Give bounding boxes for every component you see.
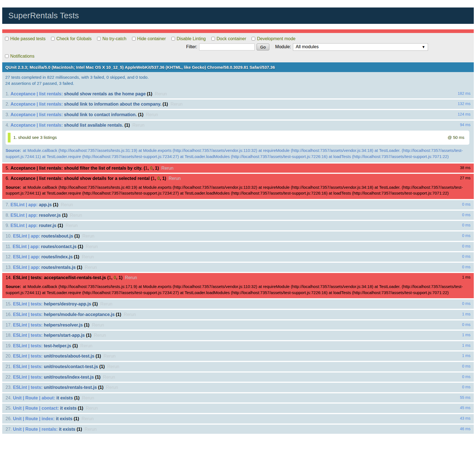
test-name[interactable]: resolver.js [39,213,61,218]
toolbar-checkbox[interactable] [252,37,255,40]
rerun-link[interactable]: Rerun [168,102,183,106]
test-module-name[interactable]: ESLint | app: [13,244,40,249]
rerun-link[interactable]: Rerun [152,91,167,96]
notifications-checkbox-label[interactable]: Notifications [5,54,34,59]
rerun-link[interactable]: Rerun [98,302,113,306]
rerun-link[interactable]: Rerun [166,176,181,181]
test-module-name[interactable]: ESLint | app: [11,223,38,228]
test-module-name[interactable]: Acceptance | list rentals: [11,176,63,181]
rerun-link[interactable]: Rerun [143,112,158,117]
go-button[interactable]: Go [257,44,269,50]
rerun-link[interactable]: Rerun [103,385,118,390]
test-name[interactable]: it exists [60,406,77,410]
notifications-checkbox[interactable] [5,54,9,58]
test-name[interactable]: routes/rentals.js [41,265,76,270]
test-module-name[interactable]: ESLint | tests: [13,385,43,390]
test-module-name[interactable]: ESLint | app: [13,265,40,270]
rerun-link[interactable]: Rerun [79,254,94,259]
module-select[interactable]: All modules ▼ [293,43,428,51]
test-name[interactable]: unit/routes/about-test.js [44,354,94,358]
test-module-name[interactable]: ESLint | tests: [13,312,43,317]
test-name[interactable]: app.js [39,202,52,207]
rerun-link[interactable]: Rerun [80,396,94,400]
test-module-name[interactable]: Acceptance | list rentals: [11,102,63,106]
toolbar-checkbox-label[interactable]: Check for Globals [51,36,92,41]
test-module-name[interactable]: ESLint | tests: [13,275,43,280]
rerun-link[interactable]: Rerun [121,312,136,317]
test-name[interactable]: acceptance/list-rentals-test.js [44,275,106,280]
rerun-link[interactable]: Rerun [101,354,116,358]
test-name[interactable]: helpers/resolver.js [44,323,83,327]
test-module-name[interactable]: Unit | Route | about: [13,396,55,400]
toolbar-checkbox[interactable] [132,37,136,40]
toolbar-checkbox-label[interactable]: Disable Linting [171,36,206,41]
toolbar-checkbox-label[interactable]: Dock container [211,36,246,41]
test-name[interactable]: routes/index.js [41,254,73,259]
test-name[interactable]: should link to information about the com… [64,102,161,106]
toolbar-checkbox[interactable] [97,37,101,40]
test-name[interactable]: it exists [59,427,75,432]
toolbar-checkbox-label[interactable]: No try-catch [97,36,126,41]
test-module-name[interactable]: ESLint | tests: [13,375,43,379]
test-module-name[interactable]: ESLint | app: [13,234,40,238]
test-name[interactable]: helpers/module-for-acceptance.js [44,312,115,317]
rerun-link[interactable]: Rerun [123,275,137,280]
rerun-link[interactable]: Rerun [130,123,145,128]
rerun-link[interactable]: Rerun [82,265,97,270]
rerun-link[interactable]: Rerun [80,234,95,238]
rerun-link[interactable]: Rerun [58,202,73,207]
test-module-name[interactable]: Acceptance | list rentals: [11,91,63,96]
test-module-name[interactable]: ESLint | tests: [13,343,43,348]
rerun-link[interactable]: Rerun [82,427,97,432]
test-module-name[interactable]: Acceptance | list rentals: [11,166,63,170]
filter-input[interactable] [199,44,255,50]
test-name[interactable]: test-helper.js [44,343,71,348]
test-name[interactable]: should show details for a selected renta… [64,176,150,181]
test-name[interactable]: should list available rentals. [64,123,123,128]
rerun-link[interactable]: Rerun [92,333,106,338]
rerun-link[interactable]: Rerun [83,406,98,410]
toolbar-checkbox-label[interactable]: Hide passed tests [5,36,45,41]
test-module-name[interactable]: ESLint | tests: [13,323,43,327]
test-module-name[interactable]: ESLint | app: [11,202,38,207]
test-module-name[interactable]: Unit | Route | rentals: [13,427,58,432]
test-name[interactable]: it exists [56,416,72,421]
test-module-name[interactable]: ESLint | app: [13,254,40,259]
test-name[interactable]: unit/routes/rentals-test.js [44,385,97,390]
test-name[interactable]: router.js [39,223,56,228]
rerun-link[interactable]: Rerun [83,244,98,249]
toolbar-checkbox[interactable] [211,37,215,40]
test-module-name[interactable]: ESLint | tests: [13,333,43,338]
test-name[interactable]: should show rentals as the home page [64,91,146,96]
toolbar-checkbox-label[interactable]: Hide container [132,36,166,41]
test-name[interactable]: routes/contact.js [41,244,77,249]
test-module-name[interactable]: ESLint | tests: [13,302,43,306]
test-name[interactable]: routes/about.js [41,234,73,238]
test-name[interactable]: it exists [56,396,73,400]
test-module-name[interactable]: Unit | Route | contact: [13,406,59,410]
toolbar-checkbox-label[interactable]: Development mode [252,36,295,41]
rerun-link[interactable]: Rerun [78,343,93,348]
test-name[interactable]: should link to contact information. [64,112,137,117]
rerun-link[interactable]: Rerun [105,364,119,369]
test-name[interactable]: unit/routes/contact-test.js [44,364,98,369]
test-module-name[interactable]: ESLint | tests: [13,354,43,358]
rerun-link[interactable]: Rerun [89,323,104,327]
rerun-link[interactable]: Rerun [67,213,82,218]
toolbar-checkbox[interactable] [51,37,55,40]
rerun-link[interactable]: Rerun [100,375,115,379]
test-module-name[interactable]: ESLint | app: [11,213,38,218]
toolbar-checkbox[interactable] [5,37,9,40]
test-name[interactable]: unit/routes/index-test.js [44,375,94,379]
test-module-name[interactable]: Unit | Route | index: [13,416,55,421]
rerun-link[interactable]: Rerun [79,416,94,421]
test-module-name[interactable]: Acceptance | list rentals: [11,112,63,117]
test-name[interactable]: helpers/destroy-app.js [44,302,91,306]
test-module-name[interactable]: Acceptance | list rentals: [11,123,63,128]
test-name[interactable]: should filter the list of rentals by cit… [64,166,142,170]
rerun-link[interactable]: Rerun [159,166,174,170]
toolbar-checkbox[interactable] [171,37,175,40]
test-name[interactable]: helpers/start-app.js [44,333,85,338]
test-module-name[interactable]: ESLint | tests: [13,364,43,369]
rerun-link[interactable]: Rerun [63,223,78,228]
